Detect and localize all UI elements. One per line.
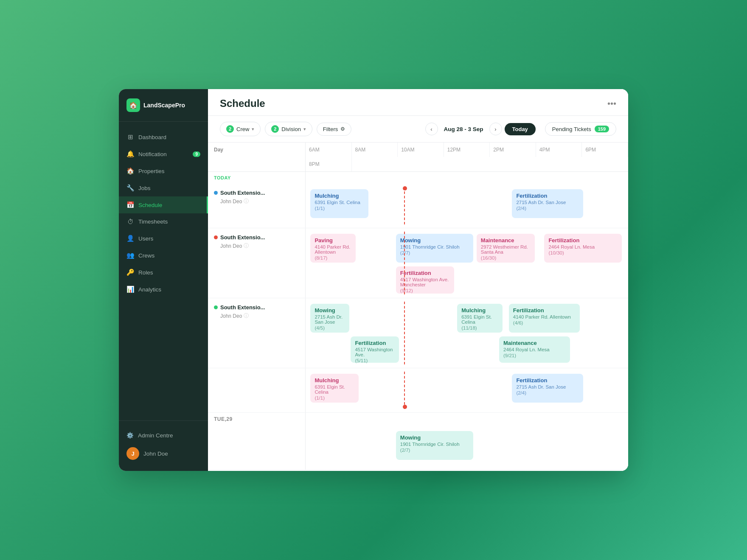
event-address: 4140 Parker Rd. Allentown (513, 314, 576, 319)
admin-centre-label: Admin Centre (138, 432, 173, 439)
event-card[interactable]: Maintenance 2972 Westheimer Rd. Santa An… (477, 234, 535, 263)
event-card[interactable]: Mowing 2715 Ash Dr. San Jose (4/5) (310, 304, 349, 333)
sidebar-item-roles[interactable]: 🔑 Roles (119, 264, 208, 281)
event-card[interactable]: Fertilization 2715 Ash Dr. San Jose (2/4… (512, 374, 583, 403)
event-count: (4/5) (315, 325, 345, 330)
crew-name-row: South Extensio... (214, 234, 299, 241)
event-card[interactable]: Fertilization 2464 Royal Ln. Mesa (10/30… (544, 234, 621, 263)
row-events: Mulching 6391 Elgin St. Celina (1/1) Fer… (306, 184, 628, 228)
crew-name-row: South Extensio... (214, 304, 299, 311)
sidebar-item-properties[interactable]: 🏠 Properties (119, 162, 208, 179)
event-count: (10/30) (548, 250, 617, 255)
users-icon: 👤 (126, 235, 134, 242)
event-card[interactable]: Mowing 1901 Thornridge Cir. Shiloh (2/7) (396, 431, 473, 460)
event-address: 2464 Royal Ln. Mesa (503, 347, 566, 352)
division-filter-button[interactable]: 2 Division ▾ (265, 122, 312, 136)
prev-date-button[interactable]: ‹ (425, 123, 438, 135)
event-card[interactable]: Maintenance 2464 Royal Ln. Mesa (9/21) (499, 336, 570, 363)
next-date-button[interactable]: › (489, 123, 502, 135)
sidebar-item-crews[interactable]: 👥 Crews (119, 247, 208, 264)
user-name: John Doe (143, 451, 168, 457)
event-card[interactable]: Fertilization 4517 Washington Ave. (5/11… (351, 336, 399, 363)
filters-button[interactable]: Filters ⚙ (317, 123, 351, 136)
events-inner: Mowing 2715 Ash Dr. San Jose (4/5) Mulch… (306, 302, 628, 364)
table-row: Mulching 6391 Elgin St. Celina (1/1) Fer… (208, 368, 628, 413)
event-address: 2464 Royal Ln. Mesa (548, 244, 617, 249)
event-address: 4517 Washington Ave. Manchester (400, 277, 450, 287)
event-title: Mowing (400, 434, 469, 441)
today-label: TODAY (208, 172, 306, 184)
row-events: Paving 4140 Parker Rd. Allentown (8/17) … (306, 228, 628, 298)
event-address: 6391 Elgin St. Celina (315, 384, 354, 395)
sidebar-item-users[interactable]: 👤 Users (119, 230, 208, 247)
table-row: South Extensio... John Deo ⓘ Mowing 2715… (208, 298, 628, 368)
crew-dot (214, 235, 218, 239)
event-card[interactable]: Fertilization 4140 Parker Rd. Allentown … (509, 304, 580, 333)
crews-icon: 👥 (126, 252, 134, 259)
pending-tickets: Pending Tickets 159 (545, 122, 616, 136)
sidebar-item-dashboard[interactable]: ⊞ Dashboard (119, 129, 208, 146)
time-header-row: Day 6AM 8AM 10AM 12PM 2PM 4PM 6PM 8PM (208, 143, 628, 172)
events-inner: Paving 4140 Parker Rd. Allentown (8/17) … (306, 232, 628, 294)
crew-user-name: John Deo (220, 313, 242, 319)
event-card[interactable]: Paving 4140 Parker Rd. Allentown (8/17) (310, 234, 355, 263)
time-col-12pm: 12PM (444, 143, 490, 157)
time-col-2pm: 2PM (490, 143, 536, 157)
sidebar-item-notification[interactable]: 🔔 Notification 9 (119, 146, 208, 162)
event-count: (9/21) (503, 353, 566, 358)
row-events: Mowing 1901 Thornridge Cir. Shiloh (2/7) (306, 426, 628, 470)
event-address: 1901 Thornridge Cir. Shiloh (400, 244, 469, 249)
main-content: Schedule ••• 2 Crew ▾ 2 Division ▾ Filte… (208, 89, 628, 471)
today-button[interactable]: Today (505, 123, 536, 135)
table-row: South Extensio... John Deo ⓘ Mulc (208, 184, 628, 228)
notification-badge: 9 (193, 151, 200, 157)
time-col-8pm: 8PM (306, 157, 352, 171)
sidebar-item-label: Jobs (138, 185, 151, 191)
crew-info: South Extensio... John Deo ⓘ (208, 228, 306, 298)
event-count: (4/6) (513, 320, 576, 325)
user-profile[interactable]: J John Doe (126, 443, 200, 464)
crew-name-row: South Extensio... (214, 190, 299, 196)
calendar-area[interactable]: Day 6AM 8AM 10AM 12PM 2PM 4PM 6PM 8PM TO… (208, 143, 628, 471)
crew-filter-button[interactable]: 2 Crew ▾ (220, 122, 261, 136)
crew-dropdown-icon: ▾ (252, 126, 254, 132)
sidebar-item-schedule[interactable]: 📅 Schedule (119, 196, 208, 213)
time-col-10am: 10AM (398, 143, 444, 157)
jobs-icon: 🔧 (126, 184, 134, 192)
event-card[interactable]: Mowing 1901 Thornridge Cir. Shiloh (2/7) (396, 234, 473, 263)
table-row: South Extensio... John Deo ⓘ Paving 4140… (208, 228, 628, 298)
event-count: (2/7) (400, 250, 469, 255)
event-title: Fertilization (400, 270, 450, 276)
sidebar-item-jobs[interactable]: 🔧 Jobs (119, 179, 208, 196)
crew-user: John Deo ⓘ (214, 312, 299, 319)
event-card[interactable]: Fertilization 2715 Ash Dr. San Jose (2/4… (512, 189, 583, 218)
sidebar-footer: ⚙️ Admin Centre J John Doe (119, 420, 208, 471)
sidebar-nav: ⊞ Dashboard 🔔 Notification 9 🏠 Propertie… (119, 122, 208, 420)
crew-info: South Extensio... John Deo ⓘ (208, 184, 306, 228)
sidebar-item-timesheets[interactable]: ⏱ Timesheets (119, 213, 208, 230)
sidebar-item-label: Analytics (138, 286, 161, 293)
division-count-badge: 2 (271, 125, 279, 133)
pending-tickets-label: Pending Tickets (552, 126, 591, 132)
event-title: Fertilization (548, 237, 617, 244)
event-card[interactable]: Mulching 6391 Elgin St. Celina (1/1) (310, 189, 368, 218)
more-menu-button[interactable]: ••• (607, 99, 616, 109)
sidebar-item-label: Schedule (138, 202, 162, 208)
event-address: 2715 Ash Dr. San Jose (516, 200, 579, 205)
event-card[interactable]: Mulching 6391 Elgin St. Celina (1/1) (310, 374, 359, 403)
sidebar-item-analytics[interactable]: 📊 Analytics (119, 281, 208, 298)
event-count: (16/30) (481, 255, 531, 260)
time-col-6pm: 6PM (582, 143, 628, 157)
event-title: Fertilization (355, 340, 395, 346)
dashboard-icon: ⊞ (126, 133, 134, 141)
crew-name: South Extensio... (220, 234, 265, 241)
event-card[interactable]: Mulching 6391 Elgin St. Celina (11/18) (457, 304, 502, 333)
time-col-8am: 8AM (352, 143, 398, 157)
event-title: Mulching (315, 193, 364, 199)
crew-info: South Extensio... John Deo ⓘ (208, 298, 306, 368)
crew-dot (214, 305, 218, 309)
admin-centre-item[interactable]: ⚙️ Admin Centre (126, 428, 200, 443)
event-address: 4140 Parker Rd. Allentown (315, 244, 351, 255)
tue29-section-header: TUE,29 (208, 413, 628, 426)
schedule-icon: 📅 (126, 201, 134, 209)
